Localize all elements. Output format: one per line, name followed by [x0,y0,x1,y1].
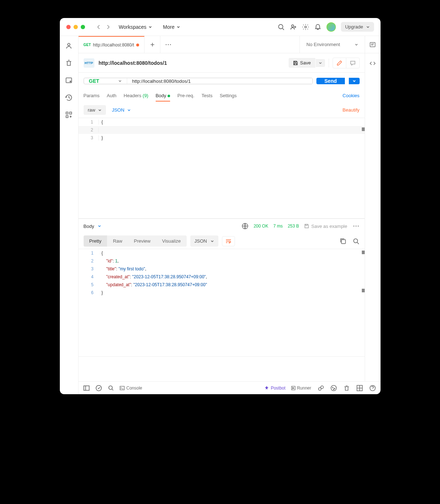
sidebar-toggle-icon[interactable] [83,384,90,392]
save-dropdown[interactable] [316,59,325,67]
tab-tests[interactable]: Tests [201,90,212,101]
layout-icon[interactable] [356,384,363,392]
environment-quicklook-icon[interactable] [365,36,381,53]
line-number: 3 [79,135,99,140]
cookies-icon[interactable] [330,384,337,392]
response-lang-select[interactable]: JSON [190,235,219,247]
nav-back[interactable] [96,24,102,30]
user-icon[interactable] [65,42,73,50]
body-lang-select[interactable]: JSON [112,107,131,113]
code-icon[interactable] [369,60,376,67]
request-body-editor[interactable]: 1{ 2 3} [79,118,365,219]
sync-icon[interactable] [95,384,102,392]
view-pretty[interactable]: Pretty [84,235,107,247]
svg-point-18 [354,239,357,243]
invite-icon[interactable] [290,23,297,31]
svg-rect-12 [370,42,375,47]
svg-rect-6 [66,112,68,114]
response-section-select[interactable]: Body [84,224,102,229]
request-tabs: Params Auth Headers (9) Body Pre-req. Te… [79,89,365,102]
content-row: HTTP http://localhost:8080/todos/1 Save [79,53,381,381]
line-number: 2 [79,127,99,132]
upgrade-button[interactable]: Upgrade [341,22,374,32]
save-button[interactable]: Save [289,58,315,68]
history-icon[interactable] [65,94,73,102]
unsaved-dot-icon [136,44,139,46]
postbot-button[interactable]: Postbot [264,386,285,391]
save-as-example[interactable]: Save as example [304,224,347,229]
svg-rect-17 [341,239,345,243]
view-visualize[interactable]: Visualize [156,235,187,247]
line-number: 5 [79,282,99,287]
minimize-window[interactable] [74,25,78,29]
more-label: More [163,24,174,30]
maximize-window[interactable] [81,25,85,29]
upgrade-label: Upgrade [345,24,363,30]
search-icon[interactable] [277,23,285,31]
trash-footer-icon[interactable] [343,384,350,392]
notifications-icon[interactable] [314,23,321,31]
beautify-button[interactable]: Beautify [343,107,360,113]
help-icon[interactable] [369,384,376,392]
body-mode-select[interactable]: raw [84,105,106,115]
line-number: 1 [79,120,99,125]
new-tab-button[interactable] [145,36,160,53]
view-preview[interactable]: Preview [128,235,156,247]
avatar[interactable] [326,22,336,32]
tab-params[interactable]: Params [84,90,100,101]
body-mode-label: raw [88,107,95,113]
response-stats: 200 OK 7 ms 253 B Save as example [241,222,360,230]
body-indicator-icon [168,95,170,97]
view-raw[interactable]: Raw [107,235,128,247]
more-menu[interactable]: More [160,23,183,31]
method-select[interactable]: GET [84,78,127,84]
console-button[interactable]: Console [120,386,142,391]
runner-button[interactable]: Runner [291,386,311,391]
comment-icon[interactable] [346,58,359,68]
find-icon[interactable] [107,384,115,392]
send-dropdown[interactable] [349,78,360,84]
scroll-indicator [362,127,365,131]
left-rail [60,36,79,394]
capture-icon[interactable] [317,384,324,392]
svg-point-14 [353,226,354,227]
response-header: Body 200 OK 7 ms 253 B Save as example [79,219,365,233]
url-box: GET [84,78,313,84]
search-response-icon[interactable] [352,238,360,245]
trash-icon[interactable] [65,59,73,67]
cookies-link[interactable]: Cookies [343,93,360,98]
tab-headers[interactable]: Headers (9) [124,90,148,101]
app-body: GET http://localhost:8080/t No Environme… [60,36,381,394]
line-number: 3 [79,266,99,271]
wrap-lines-icon[interactable] [222,236,235,246]
send-button[interactable]: Send [316,78,345,84]
settings-icon[interactable] [302,23,309,31]
environment-select[interactable]: No Environment [300,36,364,53]
tab-method: GET [84,43,91,47]
nav-forward[interactable] [105,24,111,30]
divider [329,59,329,67]
svg-point-28 [334,388,335,389]
request-tab[interactable]: GET http://localhost:8080/t [79,36,145,53]
close-window[interactable] [66,25,71,29]
tab-auth[interactable]: Auth [107,90,116,101]
tab-settings[interactable]: Settings [220,90,237,101]
tab-body[interactable]: Body [156,90,170,101]
network-icon[interactable] [241,222,249,230]
scroll-indicator [362,289,365,292]
svg-rect-7 [66,116,68,118]
edit-icon[interactable] [333,58,346,68]
app-window: Workspaces More Upgrade [60,18,381,394]
svg-point-16 [357,226,359,227]
tab-options[interactable] [160,36,176,53]
response-body-viewer[interactable]: 1{ 2 "id": 1, 3 "title": "my first todo"… [79,249,365,357]
environment-icon[interactable] [65,76,73,84]
add-block-icon[interactable] [65,111,73,119]
workspaces-menu[interactable]: Workspaces [116,23,155,31]
tab-prereq[interactable]: Pre-req. [177,90,194,101]
response-more-icon[interactable] [352,222,360,230]
url-input[interactable] [127,78,313,84]
footer-right: Postbot Runner [264,384,376,392]
copy-icon[interactable] [339,238,347,245]
svg-point-20 [96,385,101,391]
